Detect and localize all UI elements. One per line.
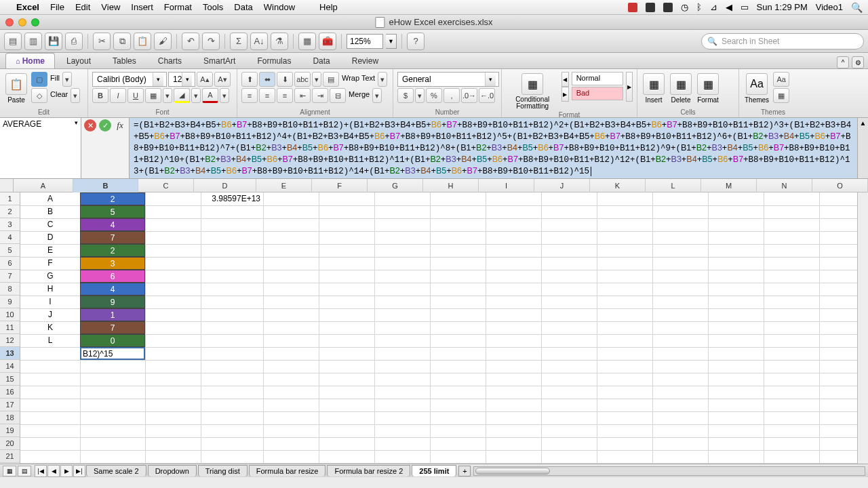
currency-button[interactable]: $ xyxy=(397,88,414,103)
clear-icon[interactable]: ◇ xyxy=(31,88,47,103)
borders-button[interactable]: ▦ xyxy=(145,88,161,103)
bluetooth-icon[interactable]: ᛒ xyxy=(696,2,702,12)
window-close-button[interactable] xyxy=(5,18,14,26)
row-header-11[interactable]: 11 xyxy=(0,321,20,334)
menu-edit[interactable]: Edit xyxy=(75,2,90,12)
row-header-12[interactable]: 12 xyxy=(0,334,20,347)
row-header-9[interactable]: 9 xyxy=(0,296,20,308)
cell-B10[interactable]: 1 xyxy=(80,308,145,321)
cell-B8[interactable]: 4 xyxy=(80,283,145,296)
sheet-nav-first[interactable]: |◀ xyxy=(35,465,47,477)
underline-button[interactable]: U xyxy=(127,88,144,103)
tab-formulas[interactable]: Formulas xyxy=(247,53,301,68)
format-painter-button[interactable]: 🖌 xyxy=(154,33,172,50)
row-header-14[interactable]: 14 xyxy=(0,360,20,373)
menu-help[interactable]: Help xyxy=(319,2,338,12)
align-right-button[interactable]: ≡ xyxy=(277,88,293,103)
sheet-tab[interactable]: 255 limit xyxy=(412,465,456,476)
italic-button[interactable]: I xyxy=(110,88,126,103)
help-button[interactable]: ? xyxy=(407,33,425,50)
row-header-17[interactable]: 17 xyxy=(0,399,20,411)
cell-B1[interactable]: 2 xyxy=(80,192,145,205)
open-button[interactable]: ▥ xyxy=(24,33,42,50)
cell-B9[interactable]: 9 xyxy=(80,296,145,308)
cut-button[interactable]: ✂ xyxy=(93,33,111,50)
sheet-nav-last[interactable]: ▶| xyxy=(73,465,85,477)
align-left-button[interactable]: ≡ xyxy=(241,88,258,103)
wifi-icon[interactable]: ⊿ xyxy=(710,2,717,12)
row-header-15[interactable]: 15 xyxy=(0,373,20,386)
styles-next[interactable]: ▶ xyxy=(561,87,568,102)
format-cells-button[interactable]: ▦Format xyxy=(696,72,720,105)
save-button[interactable]: 💾 xyxy=(45,33,62,50)
cell-A11[interactable]: K xyxy=(20,321,80,334)
sheet-tab[interactable]: Same scale 2 xyxy=(86,465,146,476)
merge-icon[interactable]: ⊟ xyxy=(330,88,346,103)
font-size-select[interactable]: 12▾ xyxy=(168,72,195,87)
align-top-button[interactable]: ⬆ xyxy=(241,72,258,87)
cell-D1[interactable]: 3.98597E+13 xyxy=(201,192,263,205)
align-middle-button[interactable]: ⬌ xyxy=(259,72,275,87)
styles-more[interactable]: ▶ xyxy=(626,72,633,102)
align-center-button[interactable]: ≡ xyxy=(259,88,275,103)
comma-button[interactable]: , xyxy=(443,88,460,103)
menubar-clock[interactable]: Sun 1:29 PM xyxy=(757,2,808,12)
themes-button[interactable]: AaThemes xyxy=(743,72,770,105)
column-header-E[interactable]: E xyxy=(256,179,312,192)
row-header-20[interactable]: 20 xyxy=(0,437,20,450)
column-header-L[interactable]: L xyxy=(646,179,701,192)
fill-button[interactable]: Fill xyxy=(49,72,61,87)
sort-button[interactable]: A↓ xyxy=(250,33,268,50)
currency-dropdown[interactable]: ▾ xyxy=(415,88,425,103)
insert-cells-button[interactable]: ▦Insert xyxy=(642,72,666,105)
cell-A10[interactable]: J xyxy=(20,308,80,321)
conditional-formatting-button[interactable]: ▦ Conditional Formatting xyxy=(506,72,559,111)
sheet-tab[interactable]: Triang dist xyxy=(198,465,248,476)
number-format-select[interactable]: General▾ xyxy=(397,72,499,87)
cell-B11[interactable]: 7 xyxy=(80,321,145,334)
delete-cells-button[interactable]: ▦Delete xyxy=(669,72,693,105)
column-header-K[interactable]: K xyxy=(590,179,646,192)
menu-insert[interactable]: Insert xyxy=(131,2,153,12)
font-name-select[interactable]: Calibri (Body)▾ xyxy=(92,72,167,87)
filter-button[interactable]: ⚗ xyxy=(271,33,288,50)
volume-icon[interactable]: ◀ xyxy=(726,2,732,12)
spreadsheet-grid[interactable]: 123456789101112131415161718192021 ABCDEF… xyxy=(0,192,868,464)
ribbon-settings-button[interactable]: ⚙ xyxy=(852,56,864,68)
row-header-21[interactable]: 21 xyxy=(0,450,20,463)
row-header-19[interactable]: 19 xyxy=(0,424,20,437)
row-header-18[interactable]: 18 xyxy=(0,411,20,424)
row-header-16[interactable]: 16 xyxy=(0,386,20,399)
sheet-tab[interactable]: Formula bar resize 2 xyxy=(327,465,410,476)
cell-B5[interactable]: 2 xyxy=(80,244,145,257)
formula-bar[interactable]: =(B1+B2+B3+B4+B5+B6+B7+B8+B9+B10+B11+B12… xyxy=(130,118,857,178)
clock-icon[interactable]: ◷ xyxy=(681,2,688,12)
row-header-1[interactable]: 1 xyxy=(0,192,20,205)
cell-B12[interactable]: 0 xyxy=(80,334,145,347)
wrap-icon[interactable]: ▤ xyxy=(323,72,339,87)
sheet-nav-prev[interactable]: ◀ xyxy=(47,465,60,477)
paste-large-button[interactable]: 📋 Paste xyxy=(4,72,28,105)
font-color-button[interactable]: A xyxy=(202,88,218,103)
cell-B13-editing[interactable]: B12)^15 xyxy=(80,347,145,360)
copy-button[interactable]: ⧉ xyxy=(113,33,131,50)
normal-view-button[interactable]: ▦ xyxy=(3,466,16,476)
column-header-J[interactable]: J xyxy=(534,179,590,192)
formula-enter-button[interactable]: ✓ xyxy=(99,119,111,131)
column-header-F[interactable]: F xyxy=(312,179,368,192)
merge-button[interactable]: Merge xyxy=(347,88,371,103)
ribbon-collapse-button[interactable]: ^ xyxy=(837,56,849,68)
sheet-tab[interactable]: Formula bar resize xyxy=(249,465,326,476)
undo-button[interactable]: ↶ xyxy=(182,33,199,50)
borders-dropdown[interactable]: ▾ xyxy=(163,88,172,103)
battery-icon[interactable]: ▭ xyxy=(741,2,749,12)
decrease-indent-button[interactable]: ⇤ xyxy=(294,88,311,103)
cell-A3[interactable]: C xyxy=(20,218,80,231)
cell-A12[interactable]: L xyxy=(20,334,80,347)
cell-A8[interactable]: H xyxy=(20,283,80,296)
style-normal[interactable]: Normal xyxy=(572,72,623,85)
menu-file[interactable]: File xyxy=(50,2,64,12)
autosum-button[interactable]: Σ xyxy=(230,33,248,50)
cell-A2[interactable]: B xyxy=(20,205,80,218)
fill-dropdown[interactable]: ▾ xyxy=(62,72,72,87)
